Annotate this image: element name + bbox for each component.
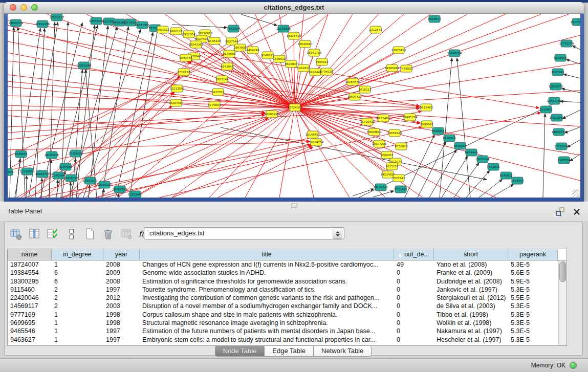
new-document-icon[interactable] [83,228,96,240]
table-cell[interactable]: 6 [52,269,103,277]
table-row[interactable]: 1938455462009Genome-wide association stu… [8,269,567,277]
float-window-icon[interactable] [554,206,565,217]
graph-node[interactable]: 16648794 [447,50,462,57]
combo-stepper-icon[interactable] [333,229,342,239]
graph-node[interactable]: 2718126 [178,69,190,76]
table-cell[interactable]: 2008 [103,260,140,269]
table-row[interactable]: 911546021997Tourette syndrome. Phenomeno… [8,286,567,294]
table-row[interactable]: 946362711997Embryonic stem cells: a mode… [8,336,567,344]
graph-node[interactable]: 6879197 [454,142,467,149]
table-cell[interactable]: 0 [394,286,434,294]
graph-node[interactable]: 18807293 [372,140,387,147]
graph-node[interactable]: 16543362 [189,41,203,48]
resize-grip-icon[interactable] [572,189,580,197]
table-cell[interactable]: Tibbo et al. (1998) [434,311,508,319]
graph-node[interactable]: 9084067 [381,151,394,159]
table-row[interactable]: 969969511998Structural magnetic resonanc… [8,319,567,327]
graph-node[interactable]: 9227343 [552,69,564,76]
table-cell[interactable]: Stergiakouli et al. (2012) [434,294,508,302]
graph-node[interactable]: 18300295 [265,111,279,118]
graph-node[interactable]: 2935114 [476,156,489,163]
graph-node[interactable]: 19384554 [309,139,324,146]
table-cell[interactable]: 1 [52,336,103,344]
column-header-short[interactable]: short [434,249,508,260]
table-cell[interactable]: 5.3E-5 [508,302,558,310]
table-cell[interactable]: Structural magnetic resonance image aver… [140,319,394,327]
table-scrollbar[interactable] [558,260,567,345]
graph-node[interactable]: 16782759 [113,186,127,193]
table-cell[interactable]: 18300295 [8,277,52,286]
column-header-pagerank[interactable]: pagerank [508,249,558,260]
graph-node[interactable]: 9756928 [395,143,408,150]
table-cell[interactable]: 9699695 [8,319,52,327]
minimize-window-icon[interactable] [20,4,27,11]
column-select-icon[interactable] [28,228,41,240]
table-cell[interactable]: 0 [394,294,434,302]
graph-node[interactable]: 20691406 [35,20,50,28]
graph-node[interactable]: 14671355 [135,21,150,29]
graph-node[interactable]: 1167534 [558,157,571,164]
graph-node[interactable]: 9474444 [465,149,478,156]
table-cell[interactable]: 5.3E-5 [508,327,558,335]
graph-node[interactable]: 8186328 [208,37,221,45]
graph-node[interactable]: 9155469 [377,115,390,122]
window-titlebar[interactable]: citations_edges.txt [4,2,584,14]
table-row[interactable]: 1456911722003Disruption of a novel membe… [8,302,567,310]
graph-node[interactable]: 9146821 [262,52,274,59]
tab-edge-table[interactable]: Edge Table [264,345,314,357]
table-cell[interactable]: 1 [52,319,103,327]
zoom-window-icon[interactable] [31,4,38,11]
graph-node[interactable]: 21053346 [77,62,92,69]
graph-node[interactable]: 20206576 [45,151,59,159]
table-row[interactable]: 1872400712008Changes of HCN gene express… [8,260,567,269]
graph-node[interactable]: 7522541 [393,174,405,182]
table-cell[interactable]: 5.3E-5 [508,286,558,294]
table-cell[interactable]: 22420046 [8,294,52,302]
graph-node[interactable]: 10164671 [345,78,360,85]
graph-node[interactable]: 8427552 [212,89,225,96]
graph-node[interactable]: 18724007 [288,104,302,111]
graph-node[interactable]: 8215953 [540,106,553,113]
graph-node[interactable]: 1640954 [432,127,445,135]
table-cell[interactable]: 5.5E-5 [508,294,558,302]
table-cell[interactable]: 1997 [103,327,140,335]
graph-node[interactable]: 17016504 [554,143,569,150]
graph-node[interactable]: 1212543 [369,26,382,33]
table-cell[interactable]: Corpus callosum shape and size in male p… [140,311,394,319]
table-cell[interactable]: Franke et al. (2009) [434,269,508,277]
row-checks-icon[interactable] [47,228,59,240]
column-header-title[interactable]: title [140,249,394,260]
graph-node[interactable]: 12213589 [170,85,185,92]
table-cell[interactable]: Investigating the contribution of common… [140,294,394,302]
table-cell[interactable]: 2003 [103,302,140,310]
table-cell[interactable]: 0 [394,269,434,277]
graph-node[interactable]: 1694542 [511,177,524,184]
graph-node[interactable]: 2967608 [234,44,247,51]
table-cell[interactable]: 1997 [103,336,140,344]
graph-node[interactable]: 9129946 [554,54,567,61]
table-settings-icon[interactable] [10,228,23,240]
graph-node[interactable]: 7955812 [316,58,329,65]
graph-node[interactable]: 16961758 [307,49,322,56]
column-header-name[interactable]: name [8,249,52,260]
graph-node[interactable]: 13325419 [287,32,301,39]
tab-node-table[interactable]: Node Table [215,345,265,357]
table-cell[interactable]: 0 [394,277,434,286]
graph-node[interactable]: 6794028 [320,68,333,75]
close-window-icon[interactable] [10,4,16,11]
graph-node[interactable]: 9197588 [59,163,72,170]
graph-node[interactable]: 8912954 [183,31,195,38]
table-cell[interactable]: 1998 [103,311,140,319]
merge-rows-icon[interactable] [65,228,78,240]
table-cell[interactable]: 49 [394,260,434,269]
graph-node[interactable]: 18107554 [169,99,184,106]
table-cell[interactable]: 2 [52,302,103,310]
graph-node[interactable]: 10653257 [89,17,104,25]
graph-node[interactable]: 12942757 [35,170,50,178]
graph-node[interactable]: 18495754 [403,114,418,121]
table-cell[interactable]: 14569117 [8,302,52,310]
graph-node[interactable]: 7632641 [487,163,500,170]
table-cell[interactable]: Jankovic et al. (1997) [434,286,508,294]
graph-node[interactable]: 9660128 [170,28,183,35]
graph-node[interactable]: 11156869 [20,168,35,175]
